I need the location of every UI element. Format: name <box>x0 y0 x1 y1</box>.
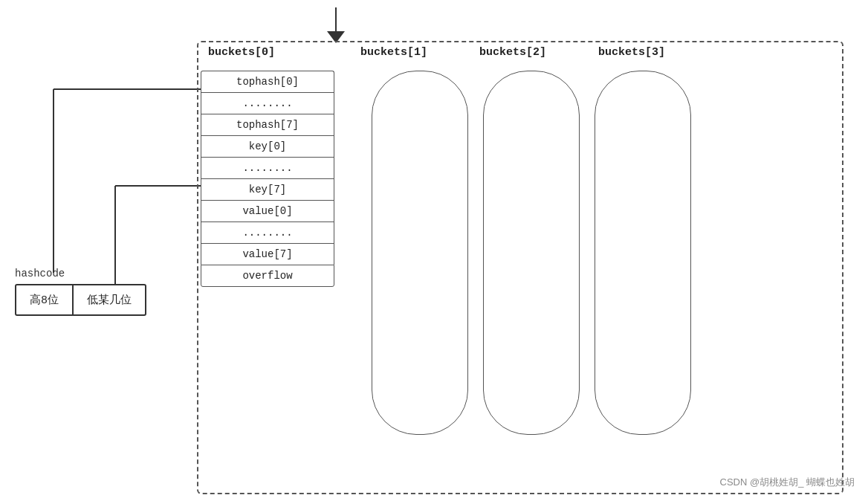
cell-dots2: ........ <box>201 157 334 178</box>
cell-dots1: ........ <box>201 92 334 114</box>
hashcode-area: hashcode 高8位 低某几位 <box>15 268 146 316</box>
hashcode-low: 低某几位 <box>73 284 146 316</box>
buckets-area: tophash[0] ........ tophash[7] key[0] ..… <box>201 71 706 435</box>
cell-value7: value[7] <box>201 243 334 265</box>
bucket-label-2: buckets[2] <box>479 46 546 59</box>
cell-value0: value[0] <box>201 200 334 221</box>
bucket-label-1: buckets[1] <box>360 46 427 59</box>
bucket-2 <box>483 71 580 435</box>
hashcode-high: 高8位 <box>15 284 73 316</box>
bucket-label-3: buckets[3] <box>598 46 665 59</box>
cell-key0: key[0] <box>201 135 334 157</box>
hashcode-boxes: 高8位 低某几位 <box>15 284 146 316</box>
watermark: CSDN @胡桃姓胡_ 蝴蝶也姓胡 <box>720 476 855 489</box>
diagram: buckets[0] buckets[1] buckets[2] buckets… <box>0 0 868 498</box>
bucket-label-0: buckets[0] <box>208 46 275 59</box>
cell-dots3: ........ <box>201 221 334 243</box>
cell-tophash7: tophash[7] <box>201 114 334 135</box>
cell-tophash0: tophash[0] <box>201 71 334 92</box>
cell-key7: key[7] <box>201 178 334 200</box>
cell-overflow: overflow <box>201 265 334 287</box>
bucket-3 <box>595 71 691 435</box>
bucket-0-detail: tophash[0] ........ tophash[7] key[0] ..… <box>201 71 349 287</box>
hashcode-label: hashcode <box>15 268 146 279</box>
bucket-1 <box>372 71 468 435</box>
